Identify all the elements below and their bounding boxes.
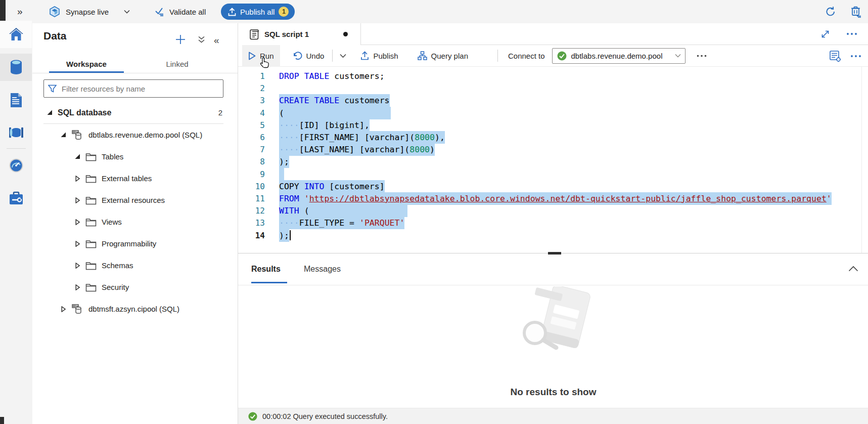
filter-resources-field[interactable]	[43, 79, 223, 98]
tree-item-label: Programmability	[102, 239, 156, 248]
more-options-icon[interactable]	[850, 55, 861, 58]
tab-sql-script-1[interactable]: SQL script 1	[238, 23, 361, 45]
editor-toolbar: Run Undo Publish	[238, 45, 868, 67]
filter-input[interactable]	[61, 84, 219, 94]
code-line-7[interactable]: 7····[LAST_NAME] [varchar](8000)	[238, 143, 435, 156]
nav-develop[interactable]	[0, 87, 32, 114]
line-number: 5	[238, 119, 265, 132]
expanded-arrow-icon[interactable]	[74, 154, 80, 159]
integrate-icon	[8, 126, 24, 139]
toolbar-right-group	[829, 45, 868, 67]
run-options-chevron[interactable]	[335, 45, 351, 67]
tree-item-label: External resources	[102, 196, 165, 204]
expanded-arrow-icon[interactable]	[60, 132, 66, 138]
tab-messages[interactable]: Messages	[304, 253, 341, 285]
code-line-4[interactable]: 4(	[238, 107, 391, 119]
panel-resize-handle[interactable]	[548, 252, 561, 255]
collapsed-arrow-icon[interactable]	[74, 219, 80, 225]
tree-item-dbtlabs-revenue-demo-pool-sql[interactable]: dbtlabs.revenue.demo.pool (SQL)	[32, 124, 238, 146]
add-resource-button[interactable]	[175, 34, 186, 45]
tree-item-programmability[interactable]: Programmability	[32, 233, 238, 255]
folder-icon	[85, 152, 97, 161]
code-line-9[interactable]: 9	[238, 168, 284, 181]
toolbar-more-button[interactable]	[691, 45, 713, 67]
code-line-content: COPY INTO [customers]	[279, 180, 385, 193]
tab-border	[32, 73, 238, 73]
validate-icon	[155, 7, 165, 16]
code-line-14[interactable]: 14);	[238, 229, 291, 242]
code-line-10[interactable]: 10COPY INTO [customers]	[238, 180, 385, 193]
tree-item-dbtmsft-azsyn-cipool-sql[interactable]: dbtmsft.azsyn.cipool (SQL)	[32, 298, 238, 320]
code-line-11[interactable]: 11FROM 'https://dbtlabsynapsedatalake.bl…	[238, 192, 832, 205]
collapsed-arrow-icon[interactable]	[74, 197, 80, 203]
tree-item-label: Security	[102, 283, 129, 291]
collapsed-arrow-icon[interactable]	[74, 241, 80, 247]
window-edge-corner	[0, 417, 4, 424]
collapsed-arrow-icon[interactable]	[60, 306, 66, 312]
nav-manage[interactable]	[0, 185, 32, 212]
tree-item-sql-database[interactable]: SQL database2	[32, 102, 238, 123]
code-line-content: WITH (	[279, 204, 407, 217]
code-line-3[interactable]: 3CREATE TABLE customers	[238, 94, 390, 107]
collapse-pane-icon[interactable]: «	[214, 35, 219, 46]
code-line-12[interactable]: 12WITH (	[238, 204, 407, 217]
properties-icon[interactable]	[829, 50, 841, 62]
tree-item-external-tables[interactable]: External tables	[32, 167, 238, 189]
line-number: 11	[238, 192, 265, 205]
tree-item-schemas[interactable]: Schemas	[32, 255, 238, 276]
undo-button[interactable]: Undo	[286, 45, 331, 67]
tab-linked[interactable]: Linked	[141, 55, 214, 73]
code-line-5[interactable]: 5····[ID] [bigint],	[238, 119, 370, 132]
collapsed-arrow-icon[interactable]	[74, 263, 80, 269]
line-number: 1	[238, 70, 265, 82]
collapse-results-chevron-icon[interactable]	[848, 266, 858, 272]
sql-code-editor[interactable]: 1DROP TABLE customers;23CREATE TABLE cus…	[238, 67, 868, 253]
expand-menu-button[interactable]: »	[17, 0, 23, 23]
collapsed-arrow-icon[interactable]	[74, 176, 80, 182]
tab-results[interactable]: Results	[251, 253, 281, 285]
connect-to-label: Connect to	[508, 52, 545, 60]
nav-data[interactable]	[0, 54, 32, 81]
tab-results-label: Results	[251, 265, 281, 274]
code-line-content: ····[ID] [bigint],	[279, 119, 370, 132]
expand-editor-button[interactable]	[820, 29, 830, 39]
status-message: 00:00:02 Query executed successfully.	[262, 412, 388, 420]
chevron-down-icon	[124, 10, 130, 14]
code-line-2[interactable]: 2	[238, 82, 279, 95]
editor-scrollbar-track[interactable]	[861, 67, 862, 253]
line-number: 12	[238, 204, 265, 217]
discard-all-button[interactable]	[850, 0, 862, 23]
collapse-all-icon[interactable]	[198, 36, 205, 44]
nav-home[interactable]	[0, 21, 32, 48]
publish-button[interactable]: Publish	[354, 45, 404, 67]
code-line-13[interactable]: 13····FILE_TYPE = 'PARQUET'	[238, 217, 404, 229]
tree-item-external-resources[interactable]: External resources	[32, 189, 238, 211]
code-line-content	[279, 168, 284, 181]
nav-monitor[interactable]	[0, 152, 32, 179]
code-line-8[interactable]: 8);	[238, 155, 289, 168]
tree-item-label: Schemas	[102, 261, 133, 270]
tree-item-views[interactable]: Views	[32, 211, 238, 233]
query-status-bar: 00:00:02 Query executed successfully.	[238, 408, 868, 424]
synapse-logo-icon	[49, 6, 61, 18]
publish-all-button[interactable]: Publish all 1	[221, 4, 295, 20]
collapsed-arrow-icon[interactable]	[74, 284, 80, 290]
line-number: 14	[238, 229, 265, 242]
tab-workspace[interactable]: Workspace	[49, 55, 124, 73]
editor-pane: SQL script 1 Run Undo	[238, 23, 868, 424]
expanded-arrow-icon[interactable]	[47, 110, 53, 115]
query-plan-button[interactable]: Query plan	[412, 45, 474, 67]
connect-to-dropdown[interactable]: dbtlabs.revenue.demo.pool	[552, 48, 686, 64]
refresh-button[interactable]	[825, 0, 837, 23]
mode-switcher[interactable]: Synapse live	[49, 0, 130, 23]
unsaved-changes-dot	[343, 32, 348, 36]
code-line-6[interactable]: 6····[FIRST_NAME] [varchar](8000),	[238, 131, 445, 144]
nav-integrate[interactable]	[0, 119, 32, 146]
code-line-1[interactable]: 1DROP TABLE customers;	[238, 70, 385, 82]
tab-more-actions-button[interactable]	[846, 32, 857, 35]
undo-icon	[292, 51, 302, 60]
validate-all-button[interactable]: Validate all	[155, 0, 206, 23]
tree-item-tables[interactable]: Tables	[32, 146, 238, 167]
tree-item-security[interactable]: Security	[32, 276, 238, 298]
publish-upload-icon	[360, 51, 369, 60]
